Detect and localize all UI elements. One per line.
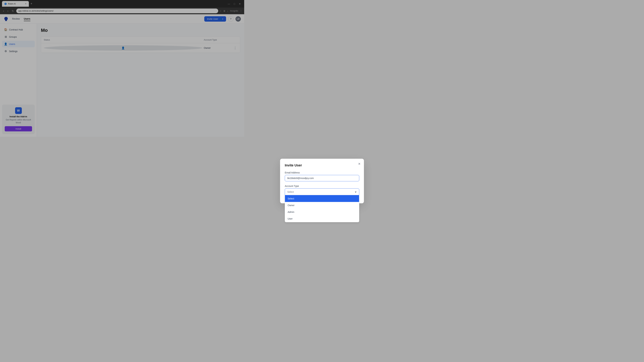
modal-overlay[interactable]: Invite User ✕ Email Address Account Type… [0,0,244,137]
